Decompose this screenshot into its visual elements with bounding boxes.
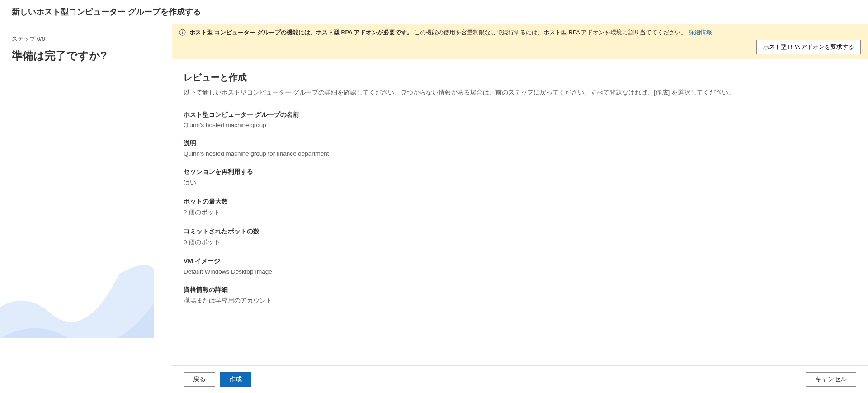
decorative-wave xyxy=(0,225,154,338)
review-field: 説明Quinn's hosted machine group for finan… xyxy=(184,139,856,157)
review-field-value: 2 個のボット xyxy=(184,208,856,217)
notification-bar: ホスト型 コンピューター グループの機能には、ホスト型 RPA アドオンが必要で… xyxy=(172,24,868,59)
review-field-label: ボットの最大数 xyxy=(184,198,856,206)
review-field: ボットの最大数2 個のボット xyxy=(184,198,856,217)
step-title: 準備は完了ですか? xyxy=(12,48,160,63)
review-field-value: 0 個のボット xyxy=(184,238,856,246)
review-field-label: 資格情報の詳細 xyxy=(184,286,856,294)
review-field-label: ホスト型コンピューター グループの名前 xyxy=(184,111,856,119)
review-field: セッションを再利用するはい xyxy=(184,168,856,187)
notification-bold-text: ホスト型 コンピューター グループの機能には、ホスト型 RPA アドオンが必要で… xyxy=(189,29,413,36)
main-title: レビューと作成 xyxy=(184,71,856,84)
svg-point-1 xyxy=(182,31,183,32)
review-field: VM イメージDefault Windows Desktop Image xyxy=(184,257,856,275)
review-field-value: 職場または学校用のアカウント xyxy=(184,297,856,305)
review-field-value: Quinn's hosted machine group xyxy=(184,122,856,128)
review-field: 資格情報の詳細職場または学校用のアカウント xyxy=(184,286,856,305)
page-title: 新しいホスト型コンピューター グループを作成する xyxy=(12,6,856,17)
review-field: ホスト型コンピューター グループの名前Quinn's hosted machin… xyxy=(184,111,856,128)
main-description: 以下で新しいホスト型コンピューター グループの詳細を確認してください。見つからな… xyxy=(184,88,856,97)
notification-details-link[interactable]: 詳細情報 xyxy=(689,29,712,36)
review-field: コミットされたボットの数0 個のボット xyxy=(184,227,856,246)
notification-text: ホスト型 コンピューター グループの機能には、ホスト型 RPA アドオンが必要で… xyxy=(189,28,861,54)
notification-body-text: この機能の使用を容量制限なしで続行するには、ホスト型 RPA アドオンを環境に割… xyxy=(413,29,689,36)
sidebar: ステップ 6/6 準備は完了ですか? xyxy=(0,24,172,338)
info-icon xyxy=(179,29,186,37)
review-field-label: VM イメージ xyxy=(184,257,856,265)
request-addon-button[interactable]: ホスト型 RPA アドオンを要求する xyxy=(756,40,861,54)
review-field-value: Default Windows Desktop Image xyxy=(184,268,856,275)
main-panel: レビューと作成 以下で新しいホスト型コンピューター グループの詳細を確認してくだ… xyxy=(172,59,868,325)
svg-rect-2 xyxy=(182,32,183,34)
review-field-value: はい xyxy=(184,179,856,187)
review-field-label: コミットされたボットの数 xyxy=(184,227,856,236)
page-header: 新しいホスト型コンピューター グループを作成する xyxy=(0,0,868,24)
content-area: ホスト型 コンピューター グループの機能には、ホスト型 RPA アドオンが必要で… xyxy=(172,24,868,338)
review-field-value: Quinn's hosted machine group for finance… xyxy=(184,150,856,157)
review-field-label: 説明 xyxy=(184,139,856,147)
step-indicator: ステップ 6/6 xyxy=(12,35,160,43)
review-field-label: セッションを再利用する xyxy=(184,168,856,176)
